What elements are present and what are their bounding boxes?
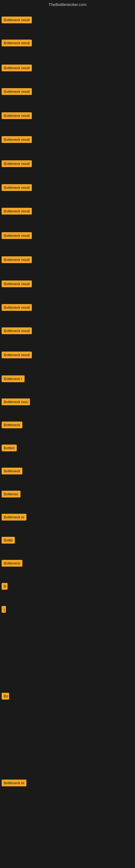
bottleneck-item: Bottle — [0, 536, 16, 545]
bottleneck-badge[interactable]: Bottleneck result — [2, 136, 32, 143]
bottleneck-badge[interactable]: Bo — [2, 693, 9, 700]
bottleneck-item: Bottleneck result — [0, 231, 34, 240]
bottleneck-badge[interactable]: Bottleneck resu — [2, 399, 30, 405]
bottleneck-badge[interactable]: Bottleneck result — [2, 160, 32, 167]
bottleneck-badge[interactable]: Bottleneck r — [2, 375, 25, 382]
bottleneck-item: Bottleneck result — [0, 207, 34, 216]
bottleneck-badge[interactable]: Bottle — [2, 537, 15, 544]
bottleneck-badge[interactable]: Bottleneck re — [2, 780, 27, 786]
bottleneck-item: Bottleneck — [0, 421, 24, 429]
bottleneck-badge[interactable]: Bottleneck result — [2, 184, 32, 191]
bottleneck-item: Bottleneck result — [0, 87, 34, 96]
bottleneck-badge[interactable]: Bottleneck — [2, 560, 22, 567]
bottleneck-badge[interactable]: Bottleneck result — [2, 112, 32, 119]
bottleneck-badge[interactable]: Bottleneck result — [2, 328, 32, 334]
bottleneck-badge[interactable]: Bottleneck result — [2, 232, 32, 239]
bottleneck-item: Bottleneck re — [0, 513, 28, 522]
bottleneck-item: Bottleneck result — [0, 38, 34, 48]
bottleneck-badge[interactable]: | — [2, 606, 6, 613]
site-header: TheBottlenecker.com — [0, 0, 135, 10]
bottleneck-item: Bottleneck resu — [0, 397, 32, 406]
page-container: TheBottlenecker.com Bottleneck resultBot… — [0, 0, 135, 868]
bottleneck-badge[interactable]: Bottleneck result — [2, 40, 32, 46]
bottleneck-item: Bottleneck result — [0, 326, 34, 335]
bottleneck-item: B — [0, 582, 9, 591]
bottleneck-item: Bottleneck — [0, 467, 24, 475]
bottleneck-badge[interactable]: Bottleneck result — [2, 304, 32, 311]
bottleneck-item: Bottleneck result — [0, 159, 34, 168]
site-title: TheBottlenecker.com — [49, 2, 87, 7]
bottleneck-badge[interactable]: Bottlenec — [2, 491, 20, 497]
bottleneck-badge[interactable]: Bottleneck re — [2, 514, 27, 521]
bottleneck-item: Bottleneck result — [0, 279, 34, 288]
bottleneck-badge[interactable]: Bottleneck result — [2, 88, 32, 95]
bottleneck-badge[interactable]: Bottlen — [2, 444, 17, 452]
bottleneck-badge[interactable]: Bottleneck result — [2, 17, 32, 23]
bottleneck-item: Bottleneck result — [0, 350, 34, 360]
bottleneck-item: Bottleneck result — [0, 16, 34, 24]
bottleneck-badge[interactable]: Bottleneck — [2, 468, 22, 474]
bottleneck-badge[interactable]: Bottleneck result — [2, 65, 32, 71]
bottleneck-badge[interactable]: Bottleneck result — [2, 351, 32, 358]
bottleneck-item: Bottleneck result — [0, 183, 34, 192]
bottleneck-item: Bottleneck result — [0, 111, 34, 120]
bottleneck-item: Bo — [0, 692, 11, 701]
bottleneck-badge[interactable]: Bottleneck result — [2, 208, 32, 215]
bottleneck-item: Bottleneck result — [0, 303, 34, 312]
bottleneck-item: Bottleneck result — [0, 63, 34, 72]
bottleneck-badge[interactable]: Bottleneck result — [2, 280, 32, 287]
bottleneck-item: Bottleneck — [0, 559, 24, 568]
bottleneck-badge[interactable]: Bottleneck result — [2, 256, 32, 263]
bottleneck-item: Bottleneck r — [0, 374, 26, 383]
bottleneck-item: Bottlenec — [0, 490, 22, 499]
bottleneck-item: Bottleneck re — [0, 778, 28, 787]
bottleneck-badge[interactable]: B — [2, 583, 8, 590]
bottleneck-item: Bottleneck result — [0, 135, 34, 144]
bottleneck-item: | — [0, 605, 8, 614]
bottleneck-item: Bottleneck result — [0, 255, 34, 264]
bottleneck-badge[interactable]: Bottleneck — [2, 422, 22, 428]
bottleneck-item: Bottlen — [0, 443, 18, 453]
